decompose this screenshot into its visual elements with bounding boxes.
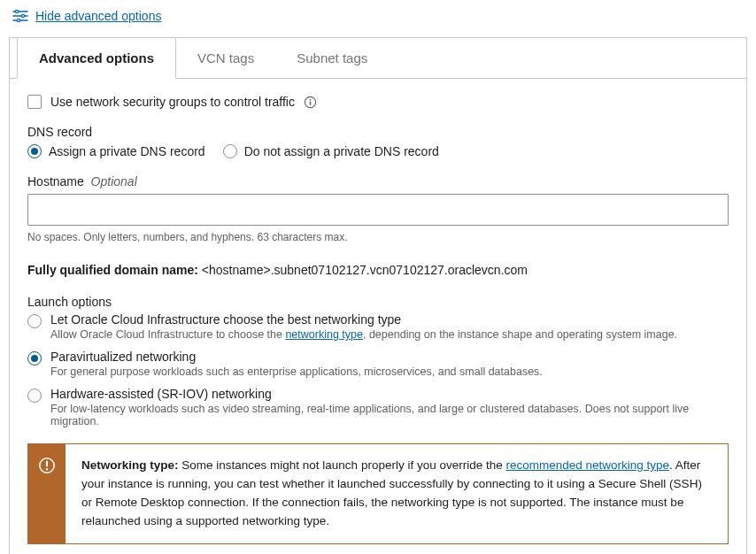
fqdn-value: <hostname>.subnet07102127.vcn07102127.or… — [202, 263, 528, 277]
launch-options-label: Launch options — [27, 295, 729, 309]
recommended-networking-type-link[interactable]: recommended networking type — [505, 458, 669, 472]
radio-no-assign-dns-label: Do not assign a private DNS record — [244, 144, 439, 158]
radio-icon — [223, 144, 237, 158]
svg-point-5 — [17, 19, 19, 21]
opt-title: Hardware-assisted (SR-IOV) networking — [50, 387, 729, 401]
text: Some instances might not launch properly… — [179, 458, 506, 472]
tab-content-advanced: Use network security groups to control t… — [10, 79, 746, 554]
nsg-checkbox[interactable] — [27, 95, 42, 109]
radio-paravirtualized[interactable]: Paravirtualized networking For general p… — [27, 350, 729, 378]
hostname-label-text: Hostname — [27, 174, 84, 189]
hide-advanced-options-link[interactable]: Hide advanced options — [35, 9, 161, 23]
radio-assign-dns-label: Assign a private DNS record — [49, 144, 205, 158]
radio-icon — [27, 144, 42, 158]
radio-icon — [27, 351, 42, 365]
hostname-label: Hostname Optional — [27, 174, 729, 189]
radio-no-assign-dns[interactable]: Do not assign a private DNS record — [223, 144, 439, 158]
radio-icon — [27, 314, 42, 328]
svg-point-11 — [46, 468, 48, 470]
radio-icon — [27, 389, 42, 403]
warning-body: Networking type: Some instances might no… — [66, 444, 728, 543]
dns-record-label: DNS record — [27, 125, 729, 139]
tab-vcn-tags[interactable]: VCN tags — [176, 38, 275, 78]
warning-bar — [28, 444, 66, 543]
opt-desc: Allow Oracle Cloud Infrastructure to cho… — [50, 328, 677, 341]
svg-rect-10 — [46, 461, 48, 467]
svg-point-7 — [310, 98, 312, 100]
sliders-icon — [12, 10, 28, 22]
text: Allow Oracle Cloud Infrastructure to cho… — [50, 328, 285, 341]
tabs-bar: Advanced options VCN tags Subnet tags — [10, 38, 746, 79]
networking-type-warning: Networking type: Some instances might no… — [27, 443, 729, 544]
opt-desc: For general purpose workloads such as en… — [50, 365, 543, 378]
fqdn-row: Fully qualified domain name: <hostname>.… — [27, 263, 729, 277]
hide-advanced-options-toggle[interactable]: Hide advanced options — [12, 9, 747, 23]
warning-label: Networking type: — [81, 458, 179, 472]
radio-assign-dns[interactable]: Assign a private DNS record — [27, 144, 205, 158]
svg-point-1 — [15, 10, 18, 12]
radio-let-oci-choose[interactable]: Let Oracle Cloud Infrastructure choose t… — [27, 312, 729, 341]
fqdn-label: Fully qualified domain name: — [27, 263, 198, 277]
hostname-input[interactable] — [27, 194, 729, 226]
svg-rect-8 — [310, 101, 312, 105]
tab-advanced-options[interactable]: Advanced options — [17, 37, 176, 79]
info-icon[interactable] — [304, 96, 317, 109]
text: , depending on the instance shape and op… — [363, 328, 677, 341]
opt-title: Let Oracle Cloud Infrastructure choose t… — [50, 312, 677, 327]
tab-subnet-tags[interactable]: Subnet tags — [275, 38, 389, 78]
svg-point-3 — [21, 14, 24, 17]
radio-sriov[interactable]: Hardware-assisted (SR-IOV) networking Fo… — [27, 387, 729, 427]
hostname-optional-text: Optional — [91, 174, 137, 189]
opt-title: Paravirtualized networking — [50, 350, 543, 364]
nsg-checkbox-label: Use network security groups to control t… — [50, 95, 295, 109]
dns-record-radio-group: Assign a private DNS record Do not assig… — [27, 144, 729, 158]
opt-desc: For low-latency workloads such as video … — [50, 403, 729, 427]
warning-icon — [38, 457, 56, 474]
hostname-hint: No spaces. Only letters, numbers, and hy… — [27, 231, 729, 243]
networking-type-link[interactable]: networking type — [285, 328, 363, 341]
advanced-options-panel: Advanced options VCN tags Subnet tags Us… — [9, 37, 747, 554]
